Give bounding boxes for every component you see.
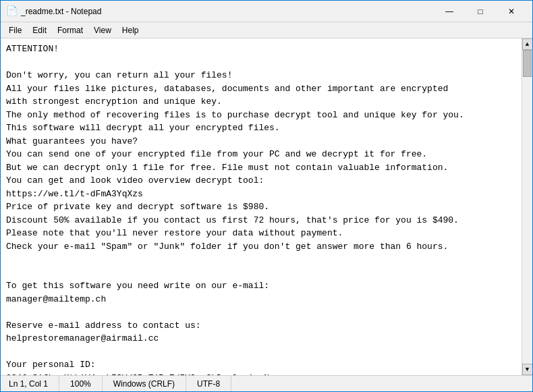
- menu-view[interactable]: View: [88, 24, 117, 36]
- scroll-thumb[interactable]: [523, 50, 532, 77]
- scroll-down-button[interactable]: ▼: [522, 364, 533, 375]
- scroll-track[interactable]: [522, 50, 532, 364]
- notepad-window: 📄 _readme.txt - Notepad — □ ✕ File Edit …: [0, 0, 533, 392]
- menu-format[interactable]: Format: [52, 24, 88, 36]
- close-button[interactable]: ✕: [496, 1, 527, 22]
- maximize-button[interactable]: □: [465, 1, 496, 22]
- menu-edit[interactable]: Edit: [27, 24, 52, 36]
- window-title: _readme.txt - Notepad: [21, 7, 434, 16]
- cursor-position: Ln 1, Col 1: [1, 376, 59, 391]
- title-bar: 📄 _readme.txt - Notepad — □ ✕: [1, 1, 532, 22]
- text-editor[interactable]: [1, 38, 522, 375]
- scroll-up-button[interactable]: ▲: [522, 38, 533, 50]
- menu-file[interactable]: File: [3, 24, 27, 36]
- content-area: ▲ ▼: [1, 38, 532, 375]
- line-ending: Windows (CRLF): [103, 376, 186, 391]
- minimize-button[interactable]: —: [434, 1, 465, 22]
- status-bar: Ln 1, Col 1 100% Windows (CRLF) UTF-8: [1, 375, 532, 391]
- app-icon: 📄: [6, 6, 17, 17]
- menu-bar: File Edit Format View Help: [1, 22, 532, 38]
- menu-help[interactable]: Help: [117, 24, 144, 36]
- encoding: UTF-8: [186, 376, 231, 391]
- window-controls: — □ ✕: [434, 1, 527, 22]
- scrollbar[interactable]: ▲ ▼: [522, 38, 532, 375]
- zoom-level: 100%: [59, 376, 103, 391]
